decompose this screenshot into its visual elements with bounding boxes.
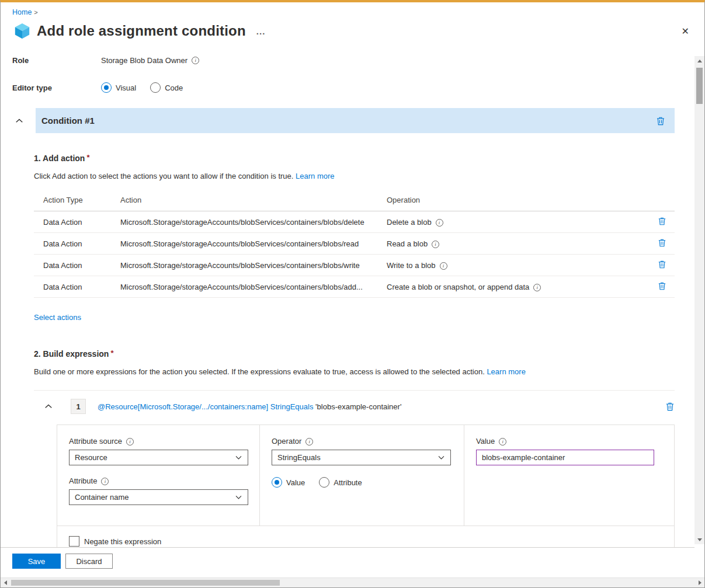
- delete-expression-button[interactable]: [665, 402, 675, 411]
- condition-body: 1. Add action* Click Add action to selec…: [34, 153, 675, 558]
- add-action-learn-more-link[interactable]: Learn more: [296, 172, 334, 180]
- breadcrumb: Home>: [1, 2, 704, 16]
- builder-column-attribute: Attribute source Resource Attribute Cont…: [57, 425, 260, 526]
- value-attribute-radio-group: Value Attribute: [272, 477, 452, 488]
- chevron-down-icon: [437, 454, 445, 461]
- condition-header-row: Condition #1: [12, 108, 704, 133]
- add-action-heading: 1. Add action*: [34, 153, 675, 163]
- build-expression-heading: 2. Build expression*: [34, 349, 675, 359]
- builder-column-operator: Operator StringEquals Value Attribute: [260, 425, 464, 526]
- role-value: Storage Blob Data Owner: [101, 56, 187, 65]
- table-row: Data Action Microsoft.Storage/storageAcc…: [34, 255, 675, 276]
- column-header-operation: Operation: [387, 190, 648, 211]
- select-actions-link[interactable]: Select actions: [34, 313, 81, 322]
- info-icon[interactable]: [432, 241, 439, 248]
- vertical-scrollbar[interactable]: [694, 56, 704, 544]
- required-marker: *: [86, 153, 89, 162]
- delete-action-button[interactable]: [658, 281, 666, 290]
- arrow-down-icon: [697, 538, 702, 541]
- table-row: Data Action Microsoft.Storage/storageAcc…: [34, 276, 675, 298]
- delete-action-button[interactable]: [658, 217, 666, 225]
- column-header-actions: [648, 190, 675, 211]
- trash-icon: [665, 402, 675, 411]
- delete-action-button[interactable]: [658, 238, 666, 247]
- editor-type-code-radio[interactable]: Code: [150, 82, 183, 93]
- role-label: Role: [12, 56, 101, 65]
- scroll-up-button[interactable]: [694, 56, 704, 65]
- negate-checkbox[interactable]: [69, 536, 79, 547]
- trash-icon: [656, 116, 665, 126]
- info-icon[interactable]: [305, 438, 313, 446]
- scroll-left-button[interactable]: [1, 578, 10, 587]
- scroll-right-button[interactable]: [695, 578, 704, 587]
- chevron-down-icon: [235, 454, 242, 461]
- role-info-icon[interactable]: [192, 57, 199, 64]
- save-button[interactable]: Save: [12, 554, 61, 569]
- chevron-down-icon: [235, 493, 242, 501]
- attribute-source-dropdown[interactable]: Resource: [69, 450, 248, 465]
- close-icon[interactable]: ✕: [678, 25, 693, 38]
- horizontal-scrollbar-thumb[interactable]: [11, 580, 280, 586]
- delete-condition-button[interactable]: [656, 116, 665, 126]
- build-expression-description: Build one or more expressions for the ac…: [34, 367, 675, 376]
- value-input[interactable]: [476, 450, 654, 465]
- actions-table: Action Type Action Operation Data Action…: [34, 190, 675, 298]
- required-marker: *: [110, 349, 113, 357]
- info-icon[interactable]: [126, 438, 134, 446]
- table-row: Data Action Microsoft.Storage/storageAcc…: [34, 211, 675, 233]
- arrow-up-icon: [697, 60, 702, 62]
- attribute-source-label: Attribute source: [69, 437, 248, 446]
- page-title: Add role assignment condition: [37, 23, 246, 39]
- radio-selected-icon: [272, 477, 282, 488]
- info-icon[interactable]: [440, 262, 447, 270]
- radio-unselected-icon: [150, 82, 161, 93]
- trash-icon: [658, 238, 666, 247]
- value-radio[interactable]: Value: [272, 477, 305, 488]
- page-header: Add role assignment condition ... ✕: [13, 22, 693, 40]
- breadcrumb-home-link[interactable]: Home: [12, 8, 32, 16]
- arrow-left-icon: [4, 580, 7, 585]
- expression-collapse-button[interactable]: [41, 402, 55, 410]
- editor-type-row: Editor type Visual Code: [12, 82, 704, 93]
- chevron-up-icon: [44, 402, 53, 410]
- editor-type-visual-radio[interactable]: Visual: [101, 82, 136, 93]
- footer-bar: Save Discard: [1, 547, 694, 575]
- attribute-dropdown[interactable]: Container name: [69, 489, 248, 505]
- breadcrumb-separator: >: [34, 9, 37, 16]
- chevron-up-icon: [15, 117, 23, 125]
- trash-icon: [658, 260, 666, 269]
- more-options-icon[interactable]: ...: [256, 26, 266, 36]
- info-icon[interactable]: [499, 438, 506, 446]
- attribute-label: Attribute: [69, 476, 248, 485]
- operator-dropdown[interactable]: StringEquals: [272, 450, 451, 465]
- build-expression-learn-more-link[interactable]: Learn more: [487, 367, 525, 376]
- expression-index-badge: 1: [71, 399, 86, 414]
- condition-title-bar: Condition #1: [36, 108, 675, 133]
- condition-collapse-button[interactable]: [12, 117, 26, 125]
- info-icon[interactable]: [436, 219, 443, 227]
- add-role-assignment-condition-page: Home> Add role assignment condition ... …: [0, 0, 705, 588]
- resource-cube-icon: [13, 22, 31, 40]
- column-header-action: Action: [120, 190, 387, 211]
- delete-action-button[interactable]: [658, 260, 666, 269]
- value-label: Value: [476, 437, 662, 446]
- attribute-radio[interactable]: Attribute: [319, 477, 362, 488]
- trash-icon: [658, 281, 666, 290]
- info-icon[interactable]: [533, 284, 541, 291]
- expression-builder-panel: Attribute source Resource Attribute Cont…: [57, 425, 675, 558]
- scroll-down-button[interactable]: [694, 535, 704, 544]
- role-row: Role Storage Blob Data Owner: [12, 56, 704, 65]
- horizontal-scrollbar[interactable]: [1, 577, 704, 587]
- column-header-action-type: Action Type: [34, 190, 120, 211]
- add-action-description: Click Add action to select the actions y…: [34, 172, 675, 180]
- table-row: Data Action Microsoft.Storage/storageAcc…: [34, 233, 675, 255]
- discard-button[interactable]: Discard: [65, 554, 113, 569]
- operator-label: Operator: [272, 437, 452, 446]
- condition-title: Condition #1: [41, 116, 95, 126]
- arrow-right-icon: [699, 580, 701, 585]
- vertical-scrollbar-thumb[interactable]: [696, 68, 703, 104]
- actions-table-header-row: Action Type Action Operation: [34, 190, 675, 211]
- info-icon[interactable]: [101, 478, 109, 485]
- radio-selected-icon: [101, 82, 112, 93]
- trash-icon: [658, 217, 666, 225]
